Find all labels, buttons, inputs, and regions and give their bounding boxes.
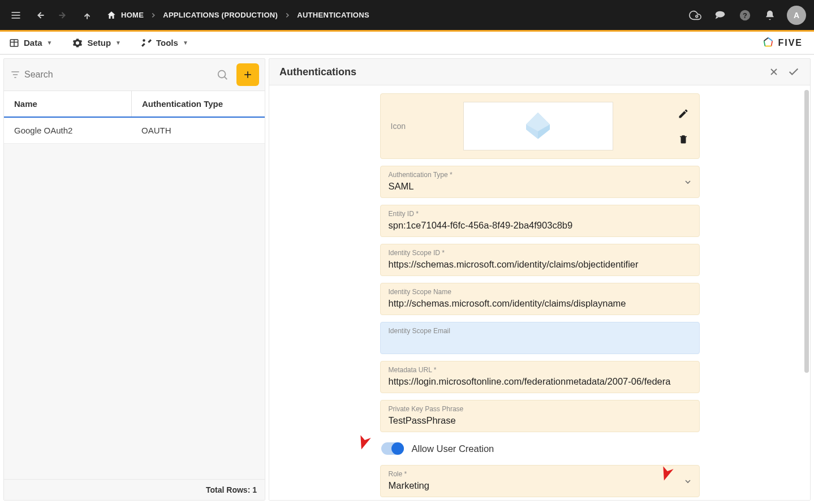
svg-point-7 (716, 11, 725, 17)
svg-point-13 (143, 39, 145, 42)
caret-down-icon: ▼ (47, 40, 53, 46)
filter-icon[interactable] (10, 69, 21, 80)
metadata-url-field[interactable]: Metadata URL * (380, 361, 700, 393)
scope-email-field[interactable]: Identity Scope Email (380, 322, 700, 354)
main: Name Authentication Type Google OAuth2 O… (0, 54, 814, 504)
search-row (4, 59, 265, 91)
sidebar-footer: Total Rows: 1 (4, 479, 265, 500)
breadcrumb-authentications[interactable]: AUTHENTICATIONS (297, 11, 369, 19)
allow-user-creation-toggle[interactable] (381, 442, 404, 455)
chat-icon[interactable] (712, 7, 728, 23)
placeholder-icon (521, 109, 555, 143)
column-type[interactable]: Authentication Type (131, 91, 265, 117)
scrollbar[interactable] (804, 90, 809, 373)
svg-line-18 (225, 77, 227, 80)
bell-icon[interactable] (762, 7, 778, 23)
auth-table: Name Authentication Type Google OAuth2 O… (4, 91, 265, 144)
chevron-right-icon (149, 11, 157, 19)
logo-icon (762, 37, 774, 49)
forward-icon (55, 7, 71, 23)
breadcrumb-home[interactable]: HOME (106, 10, 144, 20)
svg-point-17 (218, 71, 226, 78)
plus-icon (242, 69, 253, 80)
breadcrumb-label: APPLICATIONS (PRODUCTION) (163, 11, 278, 19)
svg-text:?: ? (743, 11, 747, 19)
menu-icon[interactable] (8, 7, 24, 23)
field-value[interactable] (389, 376, 691, 387)
brand-logo: FIVE (762, 37, 803, 49)
breadcrumb-label: HOME (121, 11, 144, 19)
scope-name-field[interactable]: Identity Scope Name (380, 283, 700, 315)
check-icon[interactable] (787, 66, 800, 78)
field-value[interactable] (389, 337, 691, 348)
avatar-initial: A (794, 11, 799, 20)
icon-preview[interactable] (463, 102, 613, 150)
field-label: Authentication Type * (389, 171, 691, 179)
caret-down-icon: ▼ (115, 40, 121, 46)
field-label: Private Key Pass Phrase (389, 405, 691, 413)
menu-label: Data (24, 38, 42, 48)
brand-name: FIVE (778, 38, 803, 48)
tools-icon (141, 38, 152, 48)
chevron-down-icon (683, 477, 692, 486)
entity-id-field[interactable]: Entity ID * (380, 205, 700, 237)
search-icon[interactable] (216, 68, 229, 81)
field-value[interactable] (389, 259, 691, 270)
back-icon[interactable] (32, 7, 48, 23)
field-label: Entity ID * (389, 210, 691, 218)
auth-type-field[interactable]: Authentication Type * SAML (380, 166, 700, 198)
breadcrumb: HOME APPLICATIONS (PRODUCTION) AUTHENTIC… (106, 10, 369, 20)
avatar[interactable]: A (787, 6, 806, 25)
field-value[interactable] (389, 220, 691, 231)
passphrase-field[interactable]: Private Key Pass Phrase (380, 400, 700, 432)
icon-actions (678, 108, 689, 144)
delete-icon[interactable] (678, 134, 688, 144)
arrow-annotation (350, 427, 377, 454)
sidebar-panel: Name Authentication Type Google OAuth2 O… (3, 58, 265, 501)
table-icon (9, 38, 19, 48)
footer-label: Total Rows: (206, 485, 250, 494)
column-name[interactable]: Name (4, 91, 131, 117)
breadcrumb-applications[interactable]: APPLICATIONS (PRODUCTION) (163, 11, 278, 19)
breadcrumb-label: AUTHENTICATIONS (297, 11, 369, 19)
chevron-right-icon (283, 11, 291, 19)
field-label: Identity Scope ID * (389, 249, 691, 257)
field-value: SAML (389, 181, 691, 192)
scope-id-field[interactable]: Identity Scope ID * (380, 244, 700, 276)
add-button[interactable] (236, 63, 259, 86)
icon-field: Icon (380, 93, 700, 159)
cell-name: Google OAuth2 (4, 118, 131, 143)
allow-user-creation-row: Allow User Creation (380, 439, 700, 458)
close-icon[interactable] (768, 66, 779, 77)
help-icon[interactable]: ? (737, 7, 753, 23)
search-input[interactable] (24, 70, 213, 80)
field-label: Identity Scope Name (389, 288, 691, 296)
form-inner: Icon (380, 93, 700, 497)
footer-count: 1 (252, 485, 257, 494)
edit-icon[interactable] (678, 108, 689, 119)
svg-point-6 (696, 15, 698, 18)
field-value[interactable] (389, 298, 691, 309)
gear-icon (72, 38, 83, 48)
cloud-icon[interactable] (687, 7, 703, 23)
field-label: Icon (391, 122, 453, 131)
menu-tools[interactable]: Tools ▼ (141, 38, 188, 48)
content-panel: Authentications Icon (269, 58, 811, 501)
menu-setup[interactable]: Setup ▼ (72, 38, 121, 48)
caret-down-icon: ▼ (183, 40, 188, 46)
toggle-knob (391, 442, 404, 455)
page-title: Authentications (279, 66, 760, 78)
table-row[interactable]: Google OAuth2 OAUTH (4, 118, 265, 144)
field-label: Identity Scope Email (389, 327, 691, 335)
field-value: Marketing (389, 480, 691, 491)
form-body: Icon (269, 85, 810, 500)
field-value[interactable] (389, 415, 691, 426)
menubar: Data ▼ Setup ▼ Tools ▼ FIVE (0, 32, 814, 54)
home-icon (106, 10, 117, 20)
cell-type: OAUTH (131, 118, 265, 143)
role-field[interactable]: Role * Marketing (380, 465, 700, 497)
up-icon[interactable] (79, 7, 95, 23)
topbar: HOME APPLICATIONS (PRODUCTION) AUTHENTIC… (0, 0, 814, 30)
menu-data[interactable]: Data ▼ (9, 38, 52, 48)
table-body: Google OAuth2 OAUTH (4, 118, 265, 144)
